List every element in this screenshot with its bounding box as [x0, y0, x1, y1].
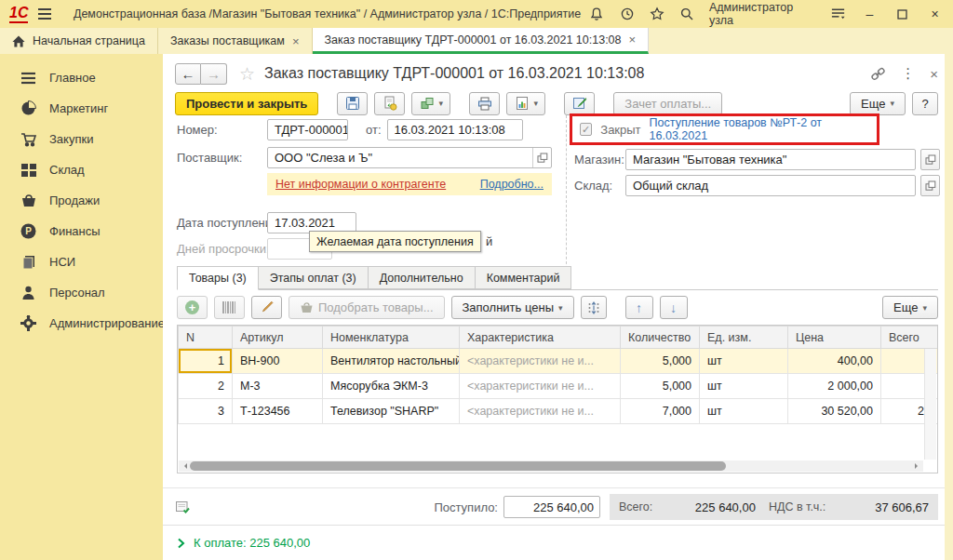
goods-receipt-link[interactable]: Поступление товаров №РТ-2 от 16.03.2021 — [650, 116, 869, 142]
move-row-down-button[interactable]: ↓ — [660, 296, 688, 319]
expand-rows-button[interactable] — [581, 296, 607, 319]
cell-quantity[interactable]: 5,000 — [621, 349, 700, 374]
notifications-bell-icon[interactable] — [589, 7, 604, 22]
cell-nomenclature[interactable]: Вентилятор настольный — [323, 349, 460, 374]
home-tab[interactable]: Начальная страница — [0, 28, 158, 54]
cell-n[interactable]: 1 — [179, 349, 233, 374]
table-vertical-scrollbar[interactable] — [924, 349, 936, 460]
col-header-article[interactable]: Артикул — [233, 327, 323, 349]
tab-additional[interactable]: Дополнительно — [369, 266, 476, 289]
col-header-n[interactable]: N — [179, 327, 233, 349]
sidebar-item-purchases[interactable]: Закупки — [0, 124, 163, 154]
col-header-nomenclature[interactable]: Номенклатура — [323, 327, 460, 349]
sidebar-item-sales[interactable]: Продажи — [0, 185, 163, 216]
cell-characteristic[interactable]: <характеристики не и... — [460, 399, 621, 424]
table-more-button[interactable]: Еще ▾ — [882, 296, 938, 319]
favorites-star-icon[interactable] — [650, 7, 664, 22]
store-picker-button[interactable] — [920, 149, 940, 170]
date-input[interactable]: 16.03.2021 10:13:08 — [387, 119, 523, 140]
get-link-icon[interactable] — [870, 67, 886, 81]
sidebar-item-finance[interactable]: Р Финансы — [0, 216, 163, 247]
cell-unit[interactable]: шт — [700, 349, 788, 374]
cell-price[interactable]: 400,00 — [788, 349, 881, 374]
col-header-quantity[interactable]: Количество — [621, 327, 700, 349]
pick-goods-button[interactable]: Подобрать товары... — [289, 296, 445, 319]
tab-supplier-order-document[interactable]: Заказ поставщику ТДРТ-000001 от 16.03.20… — [313, 28, 650, 54]
closed-checkbox[interactable]: ✓ — [580, 123, 592, 136]
tab-supplier-orders-list[interactable]: Заказы поставщикам × — [158, 28, 313, 54]
col-header-characteristic[interactable]: Характеристика — [460, 327, 621, 349]
current-user[interactable]: Администратор узла — [709, 1, 815, 27]
table-horizontal-scrollbar[interactable] — [179, 460, 923, 472]
received-input[interactable]: 225 640,00 — [503, 496, 600, 518]
cell-price[interactable]: 30 520,00 — [788, 399, 881, 424]
related-documents-icon[interactable] — [175, 500, 191, 514]
cell-n[interactable]: 2 — [179, 374, 233, 399]
scrollbar-thumb[interactable] — [190, 461, 726, 471]
cell-article[interactable]: М-3 — [233, 374, 323, 399]
col-header-total[interactable]: Всего — [881, 327, 939, 349]
minimize-window-icon[interactable]: – — [861, 7, 879, 21]
cell-characteristic[interactable]: <характеристики не и... — [460, 349, 621, 374]
more-button[interactable]: Еще ▾ — [850, 92, 906, 115]
close-window-icon[interactable]: × — [926, 7, 944, 21]
cell-characteristic[interactable]: <характеристики не и... — [460, 374, 621, 399]
main-menu-hamburger-icon[interactable] — [36, 7, 51, 22]
print-button[interactable] — [469, 92, 500, 115]
supplier-input[interactable]: ООО "Слеза и Ъ" — [267, 147, 552, 168]
tab-payment-stages[interactable]: Этапы оплат (3) — [259, 266, 369, 289]
warehouse-picker-button[interactable] — [920, 175, 940, 196]
help-button[interactable]: ? — [912, 92, 938, 115]
sidebar-item-warehouse[interactable]: Склад — [0, 154, 163, 185]
cell-n[interactable]: 3 — [179, 399, 233, 424]
forward-button[interactable]: → — [201, 63, 227, 85]
table-row[interactable]: 2 М-3 Мясорубка ЭКМ-3 <характеристики не… — [179, 374, 939, 399]
search-icon[interactable] — [679, 7, 694, 22]
create-based-on-button[interactable]: ▾ — [411, 92, 450, 115]
to-pay-row[interactable]: К оплате: 225 640,00 — [163, 525, 945, 560]
favorite-star-icon[interactable]: ☆ — [239, 63, 255, 85]
history-icon[interactable] — [619, 7, 634, 22]
close-tab-icon[interactable]: × — [629, 33, 637, 47]
barcode-scan-button[interactable] — [214, 296, 245, 319]
cell-article[interactable]: Т-123456 — [233, 399, 323, 424]
number-input[interactable]: ТДРТ-000001 — [267, 119, 348, 140]
cell-quantity[interactable]: 5,000 — [621, 374, 700, 399]
edit-document-button[interactable] — [564, 92, 595, 115]
store-input[interactable]: Магазин "Бытовая техника" — [625, 149, 916, 170]
payment-offset-button[interactable]: Зачет оплаты... — [613, 92, 722, 115]
cell-unit[interactable]: шт — [700, 374, 788, 399]
close-form-icon[interactable]: × — [930, 66, 938, 82]
col-header-price[interactable]: Цена — [788, 327, 881, 349]
sidebar-item-main[interactable]: Главное — [0, 62, 163, 93]
warehouse-input[interactable]: Общий склад — [625, 175, 916, 196]
reports-button[interactable]: ▾ — [506, 92, 545, 115]
save-button[interactable] — [337, 92, 368, 115]
close-tab-icon[interactable]: × — [292, 34, 300, 48]
cell-quantity[interactable]: 7,000 — [621, 399, 700, 424]
maximize-window-icon[interactable] — [893, 9, 911, 20]
cell-nomenclature[interactable]: Мясорубка ЭКМ-3 — [323, 374, 460, 399]
edit-row-button[interactable] — [251, 296, 282, 319]
tab-comment[interactable]: Комментарий — [476, 266, 572, 289]
more-actions-kebab-icon[interactable]: ⋮ — [901, 65, 915, 82]
cell-article[interactable]: ВН-900 — [233, 349, 323, 374]
sidebar-item-administration[interactable]: Администрирование — [0, 308, 163, 339]
back-button[interactable]: ← — [175, 63, 201, 85]
post-and-close-button[interactable]: Провести и закрыть — [175, 92, 318, 115]
scroll-right-arrow-icon[interactable] — [915, 463, 920, 469]
sidebar-item-marketing[interactable]: Маркетинг — [0, 93, 163, 124]
table-row[interactable]: 1 ВН-900 Вентилятор настольный <характер… — [179, 349, 939, 374]
supplier-picker-icon[interactable] — [532, 148, 551, 167]
tab-goods[interactable]: Товары (3) — [177, 266, 259, 290]
table-row[interactable]: 3 Т-123456 Телевизор "SHARP" <характерис… — [179, 399, 939, 424]
no-counterparty-info-link[interactable]: Нет информации о контрагенте — [275, 178, 446, 191]
cell-unit[interactable]: шт — [700, 399, 788, 424]
cell-nomenclature[interactable]: Телевизор "SHARP" — [323, 399, 460, 424]
service-menu-icon[interactable] — [830, 7, 846, 22]
col-header-unit[interactable]: Ед. изм. — [700, 327, 788, 349]
post-document-button[interactable] — [374, 92, 405, 115]
sidebar-item-personnel[interactable]: Персонал — [0, 277, 163, 308]
fill-prices-button[interactable]: Заполнить цены ▾ — [451, 296, 574, 319]
scroll-left-arrow-icon[interactable] — [181, 463, 187, 469]
